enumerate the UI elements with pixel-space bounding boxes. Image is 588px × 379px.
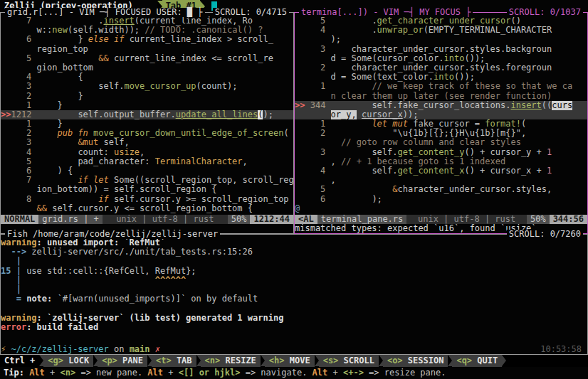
text-segment	[37, 195, 99, 204]
shortcut-key: <h>	[269, 356, 290, 365]
pane-grid-rs[interactable]: grid.r[...] - VIM ─┤ FOCUSED USER: █ ├ S…	[0, 12, 294, 234]
statusline-position: 1212:44	[250, 215, 293, 224]
text-segment: get_content_y	[398, 148, 465, 157]
text-segment: if	[98, 195, 108, 204]
shortcut-label: MOVE	[290, 356, 310, 365]
statusline-filename: terminal_pane.rs	[317, 215, 407, 224]
sign-column-marker: >>	[295, 101, 305, 110]
line-number	[295, 54, 331, 63]
text-segment: : unused import: `RefMut`	[37, 238, 166, 247]
text-segment	[1, 257, 16, 266]
shortcut-segments: <g> LOCK<p> PANE<t> TAB<n> RESIZE<h> MOV…	[39, 355, 506, 367]
line-number-gutter: 1	[295, 82, 331, 91]
statusline-percent: 50%	[527, 215, 550, 224]
shortcut-move[interactable]: <h> MOVE	[265, 355, 315, 367]
code-row: ion_bottom)) = self.scroll_region {	[1, 185, 293, 194]
line-number	[295, 176, 331, 185]
shortcut-tab[interactable]: <t> TAB	[152, 355, 196, 367]
shortcut-lock[interactable]: <g> LOCK	[43, 355, 93, 367]
shortcut-resize[interactable]: <n> RESIZE	[201, 355, 261, 367]
shortcut-key: <n>	[205, 356, 226, 365]
text-segment: insert	[104, 16, 135, 26]
text-segment: self.	[37, 82, 125, 91]
line-number-gutter: 4	[295, 166, 331, 176]
scroll-indicator: SCROLL: 0/1037	[507, 8, 583, 17]
line-number: 3	[1, 82, 37, 91]
text-segment: 1	[547, 148, 552, 157]
terminal-output-row: --> zellij-server/src/./unit/tab_tests.r…	[1, 247, 587, 257]
text-segment: self.fake_cursor_locations.	[331, 101, 511, 110]
shortcut-label: LOCK	[68, 356, 89, 365]
text-segment: usize	[114, 148, 140, 157]
line-number-gutter: 6	[295, 195, 331, 204]
line-number-gutter	[295, 176, 331, 185]
line-number-gutter: 7	[1, 176, 37, 185]
code-row: 1 }	[1, 119, 293, 129]
code-row: 6 ) {	[1, 166, 293, 176]
line-number: 1	[295, 82, 331, 91]
text-segment: get_content_x	[398, 166, 465, 176]
pane-fish-shell[interactable]: Fish /home/aram/code/zellij/zellij-serve…	[0, 234, 588, 355]
text-segment: warning	[1, 238, 37, 247]
pane-title: termina[...]) - VIM ─┤ MY FOCUS ├	[299, 8, 473, 17]
shell-prompt[interactable]: ⚡ ~/c/z/zellij-server on main ✗10:53:58	[1, 345, 587, 354]
text-segment: =	[16, 294, 21, 304]
code-row: 7 if let Some((scroll_region_top, scroll…	[1, 176, 293, 185]
line-number-gutter: 1	[1, 101, 37, 110]
text-segment: &&	[37, 204, 47, 213]
shortcut-pane[interactable]: <p> PANE	[98, 355, 147, 367]
text-segment	[1, 247, 11, 257]
text-segment: );	[331, 35, 341, 44]
text-segment: }	[37, 92, 83, 101]
text-segment: curs	[552, 101, 572, 110]
text-segment: +	[163, 368, 179, 378]
pane-terminal-pane-rs[interactable]: termina[...]) - VIM ─┤ MY FOCUS ├ SCROLL…	[294, 12, 588, 234]
text-segment: self.	[331, 166, 398, 176]
text-segment	[331, 119, 372, 129]
line-number: 2	[295, 129, 331, 138]
terminal-output-row: | ^^^^^^	[1, 276, 587, 285]
statusline-percent: 50%	[228, 215, 251, 224]
text-segment: character_under_cursor.styles,	[398, 185, 552, 194]
code-row: 2 "\u{1b}[{};{}H\u{1b}[m{}",	[295, 129, 587, 138]
text-segment: (EMPTY_TERMINAL_CHARACTER	[424, 26, 552, 35]
text-segment: &&	[98, 54, 108, 63]
shortcut-session[interactable]: <o> SESSION	[383, 355, 448, 367]
line-number	[1, 26, 37, 35]
text-segment	[37, 176, 78, 185]
text-segment	[37, 138, 78, 147]
vim-mode-indicator: <AL	[295, 215, 317, 224]
line-number: 7	[1, 176, 37, 185]
line-number-gutter: 6	[1, 35, 37, 44]
code-row: 1 // we keep track of these so that we c…	[295, 82, 587, 91]
line-number: 1	[1, 119, 37, 129]
text-segment: ));	[403, 110, 419, 119]
text-segment: // we keep track of these so that we ca	[372, 82, 572, 91]
shortcut-scroll[interactable]: <s> SCROLL	[319, 355, 379, 367]
text-segment: .	[37, 16, 104, 26]
text-segment: ());	[454, 73, 475, 82]
text-segment: d = Some(text_color.	[331, 73, 434, 82]
vim-mode-indicator: NORMAL	[1, 215, 38, 224]
code-row: 4 {	[1, 73, 293, 82]
code-row: 4 count: usize,	[1, 148, 293, 157]
line-number-gutter: 3	[1, 138, 37, 147]
text-segment: get_character_under_cursor	[377, 16, 511, 26]
code-row: 3 self.get_content_y() + cursor_y + 1	[295, 148, 587, 157]
vim-buffer: 7 .insert(current_line_index, Ro w::new(…	[1, 13, 293, 215]
terminal-output-row: = note: `#[warn(unused_imports)]` on by …	[1, 294, 587, 304]
text-segment: current_line_index <= scroll_re	[109, 54, 273, 63]
text-segment: (	[283, 129, 288, 138]
shortcut-quit[interactable]: <q> QUIT	[452, 355, 502, 367]
status-bar: Ctrl + <g> LOCK<p> PANE<t> TAB<n> RESIZE…	[0, 355, 588, 367]
shortcut-label: PANE	[122, 356, 143, 365]
line-number-gutter: >> 344	[295, 101, 331, 110]
line-number: 2	[1, 129, 37, 138]
line-number	[295, 157, 331, 166]
text-segment: ) {	[37, 166, 73, 176]
text-segment: fake_cursor =	[408, 119, 485, 129]
text-segment: self.cursor.y <= scroll_region_bottom {	[47, 204, 253, 213]
text-segment: : `zellij-server` (lib test) generated 1…	[37, 314, 284, 323]
text-segment: );	[331, 195, 382, 204]
text-segment: Alt	[313, 368, 328, 378]
